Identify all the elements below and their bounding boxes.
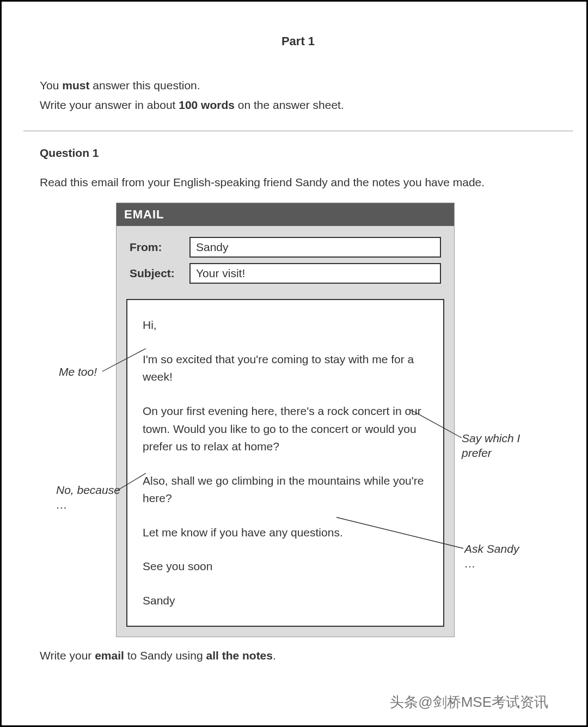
from-label: From: bbox=[130, 241, 189, 254]
part-title: Part 1 bbox=[40, 34, 556, 48]
note-no-because: No, because … bbox=[56, 483, 121, 512]
body-p3: Also, shall we go climbing in the mounta… bbox=[143, 472, 431, 508]
instr-text: answer this question. bbox=[89, 79, 200, 91]
body-signoff1: See you soon bbox=[143, 558, 431, 576]
instr-text: Write your answer in about bbox=[40, 99, 179, 111]
subject-value: Your visit! bbox=[189, 263, 441, 284]
subject-row: Subject: Your visit! bbox=[130, 263, 441, 284]
email-box: EMAIL From: Sandy Subject: Your visit! H… bbox=[116, 203, 455, 637]
email-header: EMAIL bbox=[117, 203, 454, 226]
final-text: . bbox=[273, 649, 276, 662]
subject-label: Subject: bbox=[130, 267, 189, 280]
question-heading: Question 1 bbox=[40, 146, 556, 160]
final-text: to Sandy using bbox=[124, 649, 206, 662]
question-instruction: Read this email from your English-speaki… bbox=[40, 176, 556, 189]
final-text: Write your bbox=[40, 649, 95, 662]
note-ask-sandy: Ask Sandy … bbox=[464, 542, 530, 571]
instr-bold: 100 words bbox=[179, 99, 235, 111]
instr-text: You bbox=[40, 79, 62, 91]
body-p2: On your first evening here, there's a ro… bbox=[143, 402, 431, 456]
final-bold: email bbox=[95, 649, 124, 662]
body-signoff2: Sandy bbox=[143, 592, 431, 610]
final-instruction: Write your email to Sandy using all the … bbox=[40, 649, 556, 662]
instr-bold: must bbox=[62, 79, 89, 91]
body-p4: Let me know if you have any questions. bbox=[143, 524, 431, 542]
watermark: 头条@剑桥MSE考试资讯 bbox=[390, 693, 548, 712]
email-stage: EMAIL From: Sandy Subject: Your visit! H… bbox=[40, 203, 556, 638]
instructions: You must answer this question. Write you… bbox=[40, 76, 556, 114]
instr-text: on the answer sheet. bbox=[235, 99, 344, 111]
divider bbox=[23, 131, 573, 131]
email-body: Hi, I'm so excited that you're coming to… bbox=[126, 299, 444, 627]
body-greeting: Hi, bbox=[143, 316, 431, 334]
final-bold: all the notes bbox=[206, 649, 273, 662]
from-value: Sandy bbox=[189, 237, 441, 258]
note-me-too: Me too! bbox=[59, 365, 97, 379]
email-meta: From: Sandy Subject: Your visit! bbox=[117, 226, 454, 299]
body-p1: I'm so excited that you're coming to sta… bbox=[143, 351, 431, 386]
note-say-which: Say which I prefer bbox=[462, 431, 538, 460]
from-row: From: Sandy bbox=[130, 237, 441, 258]
